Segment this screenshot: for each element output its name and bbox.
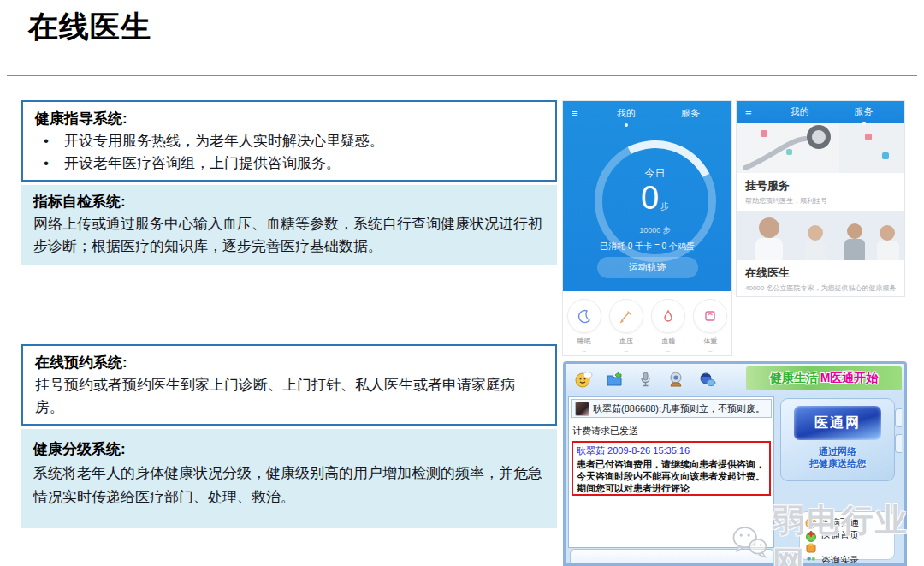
section-heading: 健康分级系统: — [33, 438, 545, 462]
side-tab-bottom[interactable] — [895, 434, 902, 453]
metric-value: -- — [666, 348, 671, 354]
chat-input-area[interactable] — [570, 549, 774, 563]
health-metrics-row: 睡眠 -- 血压 -- 血糖 -- 体重 — [563, 291, 732, 355]
steps-number: 0 — [641, 180, 659, 216]
metric-label: 体重 — [703, 337, 717, 346]
yitong-logo: 医通网 — [794, 406, 881, 440]
section-health-grading: 健康分级系统: 系统将老年人的身体健康状况分级，健康级别高的用户增加检测的频率，… — [21, 429, 557, 528]
scale-icon — [693, 299, 727, 333]
slogan-line2: 把健康送给您 — [781, 457, 894, 469]
active-tab-dot — [625, 123, 628, 127]
side-tab-top[interactable] — [895, 408, 902, 427]
billing-status-text: 计费请求已发送 — [572, 425, 770, 438]
banner-right-text: M医通开始 — [820, 371, 879, 386]
service-card-registration[interactable]: 挂号服务 帮助您预约医生，顺利挂号 — [737, 123, 904, 206]
section-self-check: 指标自检系统: 网络上传或通过服务中心输入血压、血糖等参数，系统自行查询健康状况… — [21, 185, 557, 265]
syringe-icon — [609, 299, 643, 333]
moon-icon — [567, 299, 601, 333]
chat-side-panel: 医通网 通过网络 把健康送给您 疾病百通 医通首页 — [777, 396, 902, 563]
metric-weight[interactable]: 体重 -- — [691, 299, 729, 354]
message-timestamp: 2009-8-26 15:35:16 — [607, 445, 690, 456]
bullet-item: 开设老年医疗咨询组，上门提供咨询服务。 — [35, 152, 543, 175]
active-tab-dot — [862, 122, 866, 125]
section-body: 系统将老年人的身体健康状况分级，健康级别高的用户增加检测的频率，并危急情况实时传… — [33, 462, 545, 509]
doctors-photo — [737, 211, 904, 260]
bullet-list: 开设专用服务热线，为老年人实时解决心里疑惑。 开设老年医疗咨询组，上门提供咨询服… — [35, 130, 543, 175]
people-icon — [805, 555, 817, 566]
metric-label: 血糖 — [661, 337, 675, 346]
steps-goal: 10000 步 — [639, 225, 671, 236]
today-label: 今日 — [645, 166, 666, 181]
section-body: 挂号预约或者预约医生到家上门诊断、上门打针、私人医生或者申请家庭病房。 — [35, 374, 543, 419]
message-header: 耿翠茹 2009-8-26 15:35:16 — [577, 444, 766, 457]
chat-user-line: 耿翠茹(886688):凡事预则立，不预则废。 — [593, 402, 765, 415]
chat-toolbar: 健康生活 M医通开始 — [566, 364, 904, 394]
orange-icon — [805, 542, 817, 554]
steps-unit: 步 — [660, 201, 669, 211]
phone-steps-screenshot: ≡ 我的 服务 今日 0步 10000 步 — [563, 101, 732, 355]
side-button-hidden-by-watermark[interactable] — [805, 542, 889, 554]
side-button-label: 咨询实录 — [821, 554, 859, 566]
section-online-booking: 在线预约系统: 挂号预约或者预约医生到家上门诊断、上门打针、私人医生或者申请家庭… — [21, 344, 557, 426]
menu-icon[interactable]: ≡ — [572, 107, 594, 120]
emotion-icon[interactable] — [574, 370, 593, 389]
section-health-guidance: 健康指导系统: 开设专用服务热线，为老年人实时解决心里疑惑。 开设老年医疗咨询组… — [21, 100, 557, 182]
section-heading: 在线预约系统: — [35, 352, 543, 374]
section-heading: 健康指导系统: — [35, 108, 543, 130]
slogan-text: 通过网络 把健康送给您 — [781, 445, 894, 469]
title-divider — [7, 75, 917, 76]
consultation-records-button[interactable]: 咨询实录 — [805, 554, 889, 566]
tab-service[interactable]: 服务 — [681, 107, 700, 120]
tab-service-label: 服务 — [855, 106, 874, 116]
metric-label: 血压 — [619, 337, 633, 346]
tab-mine-label: 我的 — [617, 108, 636, 118]
highlighted-message: 耿翠茹 2009-8-26 15:35:16 患者已付咨询费用，请继续向患者提供… — [572, 441, 771, 496]
medical-home-icon — [805, 530, 817, 542]
steps-value: 0步 — [641, 181, 669, 223]
avatar — [575, 402, 589, 416]
metric-label: 睡眠 — [578, 337, 591, 346]
metric-sleep[interactable]: 睡眠 -- — [566, 299, 603, 354]
webcam-icon[interactable] — [666, 370, 685, 389]
disease-encyclopedia-button[interactable]: 疾病百通 — [805, 516, 889, 529]
tab-service[interactable]: 服务 — [855, 105, 874, 118]
laugh-icon — [805, 517, 817, 529]
track-button[interactable]: 运动轨迹 — [597, 257, 698, 278]
microphone-icon[interactable] — [636, 370, 654, 389]
side-button-label: 疾病百通 — [821, 516, 859, 529]
folder-icon[interactable] — [605, 370, 624, 389]
service-card-online-doctor[interactable]: 在线医生 40000 名公立医院专家，为您提供贴心的健康服务 — [737, 211, 904, 293]
section-body: 网络上传或通过服务中心输入血压、血糖等参数，系统自行查询健康状况进行初步诊断；根… — [33, 213, 545, 258]
side-button-group: 疾病百通 医通首页 咨询实录 — [799, 511, 895, 560]
tab-mine[interactable]: 我的 — [791, 105, 809, 118]
droplet-icon — [651, 299, 685, 333]
steps-screen: ≡ 我的 服务 今日 0步 10000 步 — [563, 101, 732, 291]
phone-nav: ≡ 我的 服务 — [563, 101, 732, 120]
page-title: 在线医生 — [28, 7, 151, 47]
bullet-item: 开设专用服务热线，为老年人实时解决心里疑惑。 — [35, 130, 543, 152]
metric-value: -- — [625, 348, 629, 354]
message-body: 患者已付咨询费用，请继续向患者提供咨询，今天咨询时段内不能再次向该患者发起计费。… — [577, 458, 766, 494]
contact-service-icon[interactable] — [697, 370, 716, 389]
service-title: 挂号服务 — [745, 178, 896, 194]
service-title: 在线医生 — [745, 265, 896, 281]
menu-icon[interactable]: ≡ — [745, 105, 767, 118]
services-header: ≡ 我的 服务 — [737, 101, 904, 123]
service-subtitle: 帮助您预约医生，顺利挂号 — [745, 196, 896, 206]
metric-blood-pressure[interactable]: 血压 -- — [607, 299, 645, 354]
service-subtitle: 40000 名公立医院专家，为您提供贴心的健康服务 — [745, 283, 896, 293]
section-heading: 指标自检系统: — [33, 191, 545, 213]
slogan-line1: 通过网络 — [781, 445, 894, 457]
tab-mine[interactable]: 我的 — [617, 107, 636, 120]
banner-left-text: 健康生活 — [770, 371, 818, 386]
metric-value: -- — [582, 348, 586, 354]
side-button-label: 医通首页 — [821, 529, 859, 542]
yitong-homepage-button[interactable]: 医通首页 — [805, 529, 889, 542]
health-banner[interactable]: 健康生活 M医通开始 — [746, 366, 902, 390]
chat-user-bar: 耿翠茹(886688):凡事预则立，不预则废。 — [571, 399, 772, 418]
metric-blood-sugar[interactable]: 血糖 -- — [649, 299, 687, 354]
metric-value: -- — [708, 348, 713, 354]
message-sender: 耿翠茹 — [577, 445, 605, 456]
yitong-logo-box[interactable]: 医通网 通过网络 把健康送给您 — [780, 398, 895, 481]
phone-services-screenshot: ≡ 我的 服务 — [737, 101, 904, 296]
